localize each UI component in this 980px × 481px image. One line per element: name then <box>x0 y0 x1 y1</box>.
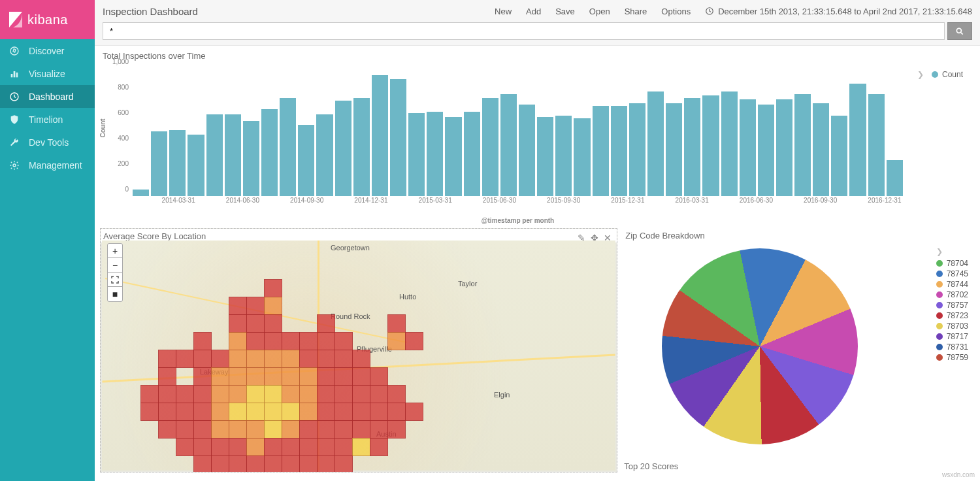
shield-icon <box>9 114 20 125</box>
bar-chart[interactable]: Count 02004006008001,000 2014-03-312014-… <box>100 62 975 225</box>
gear-icon <box>9 160 20 171</box>
legend-item-78744[interactable]: 78744 <box>936 280 968 289</box>
watermark: wsxdn.com <box>942 471 975 478</box>
panel-total-inspections: Total Inspections over Time Count 020040… <box>100 48 975 225</box>
map-zoom-controls: + − ■ <box>107 243 123 302</box>
legend-item-78731[interactable]: 78731 <box>936 342 968 352</box>
fit-bounds-button[interactable] <box>108 273 122 287</box>
panel-title-top20: Top 20 Scores <box>623 457 975 471</box>
search-row <box>103 18 972 45</box>
legend-item-78703[interactable]: 78703 <box>936 322 968 331</box>
pie-chart[interactable] <box>662 248 858 444</box>
bar-legend[interactable]: ❯ Count <box>917 70 963 79</box>
compass-icon <box>9 46 20 56</box>
legend-item-78704[interactable]: 78704 <box>936 259 968 268</box>
wrench-icon <box>9 137 20 148</box>
topbar-menu: NewAddSaveOpenShareOptions December 15th… <box>495 7 972 16</box>
sidebar-item-dev-tools[interactable]: Dev Tools <box>0 131 95 154</box>
zoom-in-button[interactable]: + <box>108 244 122 258</box>
panel-title: Zip Code Breakdown <box>623 228 975 242</box>
panel-zip-breakdown: Zip Code Breakdown ❯ 7870478745787447870… <box>623 228 975 473</box>
legend-swatch <box>932 71 938 78</box>
panel-title: Total Inspections over Time <box>100 48 975 62</box>
dashboard-grid: Total Inspections over Time Count 020040… <box>95 46 980 481</box>
menu-share[interactable]: Share <box>625 7 647 16</box>
sidebar: kibana DiscoverVisualizeDashboardTimelio… <box>0 0 95 481</box>
legend-item-78745[interactable]: 78745 <box>936 269 968 278</box>
search-button[interactable] <box>947 22 972 40</box>
map-canvas[interactable]: Georgetown Taylor Hutto Round Rock Pflug… <box>102 241 615 471</box>
svg-rect-2 <box>14 71 16 77</box>
query-input[interactable] <box>103 22 945 40</box>
barchart-icon <box>9 69 20 79</box>
menu-save[interactable]: Save <box>555 7 575 16</box>
clock-icon <box>9 91 20 102</box>
sidebar-item-discover[interactable]: Discover <box>0 39 95 62</box>
menu-add[interactable]: Add <box>526 7 541 16</box>
pie-legend: ❯ 78704787457874478702787577872378703787… <box>936 247 968 363</box>
search-icon <box>955 27 964 36</box>
heatmap-grid <box>141 280 476 473</box>
menu-options[interactable]: Options <box>661 7 691 16</box>
box-select-button[interactable]: ■ <box>108 287 122 301</box>
logo[interactable]: kibana <box>0 0 95 39</box>
zoom-out-button[interactable]: − <box>108 258 122 273</box>
svg-point-0 <box>10 47 18 55</box>
svg-rect-3 <box>16 73 18 77</box>
menu-open[interactable]: Open <box>589 7 610 16</box>
time-range-picker[interactable]: December 15th 2013, 21:33:15.648 to Apri… <box>705 7 972 16</box>
panel-avg-score-map: Average Score By Location ✎ ✥ ✕ Georgeto… <box>100 228 617 473</box>
legend-item-78717[interactable]: 78717 <box>936 332 968 341</box>
svg-rect-1 <box>11 74 13 77</box>
menu-new[interactable]: New <box>495 7 512 16</box>
sidebar-item-management[interactable]: Management <box>0 154 95 176</box>
sidebar-item-visualize[interactable]: Visualize <box>0 62 95 85</box>
sidebar-nav: DiscoverVisualizeDashboardTimelionDev To… <box>0 39 95 176</box>
sidebar-item-timelion[interactable]: Timelion <box>0 108 95 131</box>
main: Inspection Dashboard NewAddSaveOpenShare… <box>95 0 980 481</box>
svg-point-7 <box>956 28 961 33</box>
page-title: Inspection Dashboard <box>103 6 198 17</box>
kibana-logo-icon <box>8 10 24 29</box>
legend-item-78757[interactable]: 78757 <box>936 301 968 310</box>
chevron-right-icon[interactable]: ❯ <box>936 247 968 256</box>
topbar: Inspection Dashboard NewAddSaveOpenShare… <box>95 0 980 46</box>
sidebar-item-dashboard[interactable]: Dashboard <box>0 85 95 108</box>
logo-text: kibana <box>27 12 68 27</box>
legend-item-78702[interactable]: 78702 <box>936 290 968 299</box>
legend-item-78759[interactable]: 78759 <box>936 353 968 362</box>
legend-item-78723[interactable]: 78723 <box>936 311 968 320</box>
chevron-right-icon[interactable]: ❯ <box>917 70 924 79</box>
svg-point-5 <box>13 164 16 167</box>
clock-icon <box>705 7 714 16</box>
